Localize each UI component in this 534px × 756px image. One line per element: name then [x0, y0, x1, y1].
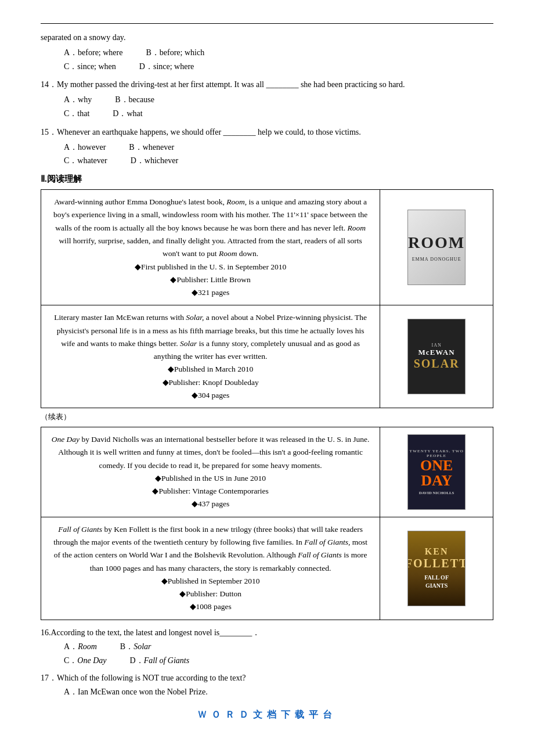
q17-number: 17．: [41, 674, 57, 682]
solar-cover-mcewan: McEWAN: [418, 348, 455, 357]
solar-text-cell: Literary master Ian McEwan returns with …: [41, 305, 380, 408]
fog-bullet3: ◆1008 pages: [190, 602, 232, 611]
q16-text: 16.According to the text, the latest and…: [41, 626, 493, 640]
q12-block: separated on a snowy day. A．before; wher…: [41, 31, 493, 73]
room-italic-2: Room: [347, 224, 366, 232]
continuation-label: （续表）: [41, 412, 493, 422]
q14-options-row2: C．that D．what: [64, 107, 493, 121]
solar-img-cell: IAN McEWAN SOLAR: [380, 305, 493, 408]
fog-italic-2: Fall of Giants,: [304, 538, 350, 546]
solar-bullet2: ◆Publisher: Knopf Doubleday: [163, 378, 259, 387]
q16-options-row1: A．Room B．Solar: [64, 640, 493, 654]
solar-cover: IAN McEWAN SOLAR: [407, 319, 466, 394]
q14-optC: C．that: [64, 107, 89, 121]
oneday-bullet2: ◆Publisher: Vintage Contemporaries: [152, 487, 268, 495]
q17-optA: A．Ian McEwan once won the Nobel Prize.: [64, 687, 208, 696]
q17-text: 17．Which of the following is NOT true ac…: [41, 671, 493, 686]
q15-optB: B．whenever: [129, 141, 174, 154]
q16-number: 16.: [41, 628, 51, 637]
q15-options-row1: A．however B．whenever: [64, 141, 493, 154]
oneday-bullet1: ◆Published in the US in June 2010: [155, 474, 266, 483]
oneday-img-cell: TWENTY YEARS. TWO PEOPLE ONE DAY DAVID N…: [380, 427, 493, 517]
q15-optD: D．whichever: [131, 154, 178, 168]
solar-bullet1: ◆Published in March 2010: [168, 365, 253, 373]
oneday-cover-day: DAY: [421, 473, 452, 488]
q16-optC: C．One Day: [64, 654, 107, 668]
room-img-cell: ROOM EMMA DONOGHUE: [380, 190, 493, 305]
book-row-room: Award-winning author Emma Donoghue's lat…: [41, 190, 493, 305]
q12-optB: B．before; which: [146, 46, 204, 60]
q16-optD: D．Fall of Giants: [130, 654, 190, 668]
room-italic-3: Room: [219, 249, 237, 258]
q15-text: 15．Whenever an earthquake happens, we sh…: [41, 125, 493, 139]
q12-optC: C．since; when: [64, 60, 116, 74]
oneday-text-cell: One Day by David Nicholls was an interna…: [41, 427, 380, 517]
q14-optB: B．because: [115, 93, 154, 107]
top-divider: [41, 23, 493, 24]
book-row-solar: Literary master Ian McEwan returns with …: [41, 305, 493, 408]
oneday-bullet3: ◆437 pages: [192, 499, 229, 508]
room-cover-title: ROOM: [408, 233, 465, 252]
q15-block: 15．Whenever an earthquake happens, we sh…: [41, 125, 493, 168]
q15-optC: C．whatever: [64, 154, 107, 168]
q12-optA: A．before; where: [64, 46, 122, 60]
room-cover-author: EMMA DONOGHUE: [412, 257, 461, 262]
q12-options-row2: C．since; when D．since; where: [64, 60, 493, 74]
fog-cover-follett: FOLLETT: [407, 557, 466, 570]
solar-cover-ian: IAN: [432, 343, 442, 348]
room-text-cell: Award-winning author Emma Donoghue's lat…: [41, 190, 380, 305]
oneday-italic-1: One Day: [52, 435, 80, 444]
fog-cover-title: FALL OFGIANTS: [424, 574, 449, 590]
room-cover: ROOM EMMA DONOGHUE: [407, 210, 466, 285]
q14-optD: D．what: [113, 107, 142, 121]
q14-text: 14．My mother passed the driving-test at …: [41, 78, 493, 92]
solar-italic-1: Solar,: [186, 313, 204, 322]
q12-text: separated on a snowy day.: [41, 31, 493, 45]
fog-italic-1: Fall of Giants: [58, 525, 102, 534]
fog-italic-3: Fall of Giants: [298, 550, 342, 559]
fog-bullet1: ◆Published in September 2010: [161, 577, 260, 585]
room-italic-1: Room,: [226, 197, 247, 206]
book-table-1: Award-winning author Emma Donoghue's lat…: [41, 189, 493, 408]
fog-cover: KEN FOLLETT FALL OFGIANTS: [407, 531, 466, 606]
q15-options-row2: C．whatever D．whichever: [64, 154, 493, 168]
fog-img-cell: KEN FOLLETT FALL OFGIANTS: [380, 517, 493, 620]
room-bullet1: ◆First published in the U. S. in Septemb…: [135, 262, 287, 271]
solar-italic-2: Solar: [180, 339, 197, 348]
fog-bullet2: ◆Publisher: Dutton: [179, 589, 241, 598]
q16-optA: A．Room: [64, 640, 97, 654]
footer-word: ＷＯＲＤ文档下载平台: [41, 709, 493, 721]
book-row-oneday: One Day by David Nicholls was an interna…: [41, 427, 493, 517]
solar-cover-title: SOLAR: [414, 357, 460, 370]
book-table-2: One Day by David Nicholls was an interna…: [41, 427, 493, 620]
q14-options-row1: A．why B．because: [64, 93, 493, 107]
solar-bullet3: ◆304 pages: [192, 391, 229, 399]
q14-block: 14．My mother passed the driving-test at …: [41, 78, 493, 120]
fog-text-cell: Fall of Giants by Ken Follett is the fir…: [41, 517, 380, 620]
oneday-cover-author: DAVID NICHOLLS: [419, 491, 454, 495]
room-bullet2: ◆Publisher: Little Brown: [170, 275, 251, 284]
oneday-cover-one: ONE: [420, 458, 453, 473]
q14-optA: A．why: [64, 93, 92, 107]
book-row-fog: Fall of Giants by Ken Follett is the fir…: [41, 517, 493, 620]
q16-options-row2: C．One Day D．Fall of Giants: [64, 654, 493, 668]
oneday-cover: TWENTY YEARS. TWO PEOPLE ONE DAY DAVID N…: [407, 434, 466, 510]
section-ii-title: Ⅱ.阅读理解: [41, 174, 493, 185]
q15-optA: A．however: [64, 141, 106, 154]
q16-optB: B．Solar: [120, 640, 151, 654]
q16-block: 16.According to the text, the latest and…: [41, 626, 493, 668]
q12-options-row1: A．before; where B．before; which: [64, 46, 493, 60]
fog-cover-ken: KEN: [425, 546, 449, 557]
q17-block: 17．Which of the following is NOT true ac…: [41, 671, 493, 700]
q17-optA-row: A．Ian McEwan once won the Nobel Prize.: [64, 685, 493, 700]
room-bullet3: ◆321 pages: [192, 288, 229, 297]
q12-optD: D．since; where: [139, 60, 194, 74]
